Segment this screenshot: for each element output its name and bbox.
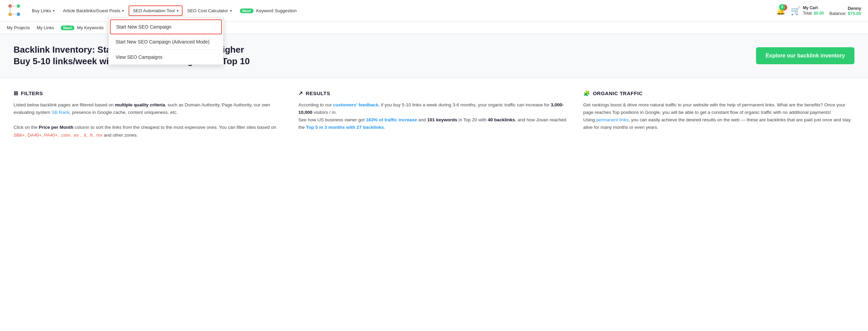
organic-traffic-section: 🧩 ORGANIC TRAFFIC Get rankings boost & d… — [583, 90, 854, 139]
filters-section: ⊞ FILTERS Listed below backlink pages ar… — [14, 90, 285, 139]
cart-total: Total: $0.00 — [803, 11, 824, 16]
main-nav-items: Buy Links ▾ Article Backlinks/Guest Post… — [29, 5, 776, 16]
cart-info: My Cart Total: $0.00 — [803, 5, 824, 16]
dropdown-menu: Start New SEO Campaign Start New SEO Cam… — [108, 18, 224, 65]
traffic-increase-link[interactable]: 183% of traffic increase — [366, 117, 417, 122]
filter-tags: SB6+, DA40+, PA40+, .com, .es , .it, .fr… — [14, 133, 102, 138]
nav-right: 🔔 4 0 🛒 My Cart Total: $0.00 — [776, 5, 861, 16]
seo-automation-dropdown: Start New SEO Campaign Start New SEO Cam… — [129, 18, 224, 65]
results-title: ↗ RESULTS — [298, 90, 569, 97]
chevron-down-icon: ▾ — [122, 9, 124, 13]
nav-keyword-suggestion[interactable]: New! Keyword Suggestion — [237, 6, 300, 15]
filters-icon: ⊞ — [14, 90, 18, 97]
results-icon: ↗ — [298, 90, 303, 97]
user-info: Denny Balance: $75.00 — [829, 6, 861, 16]
chevron-down-icon: ▾ — [230, 9, 232, 13]
subnav-my-keywords[interactable]: New! My Keywords — [61, 24, 103, 32]
chevron-down-icon: ▾ — [53, 9, 55, 13]
cart-badge: 0 — [779, 4, 785, 10]
nav-seo-automation-container: SEO Automation Tool ▾ Start New SEO Camp… — [129, 5, 182, 16]
subnav-my-links[interactable]: My Links — [37, 24, 54, 32]
results-section: ↗ RESULTS According to our customers' fe… — [298, 90, 569, 139]
customers-feedback-link[interactable]: customers' feedback — [333, 102, 378, 107]
organic-traffic-icon: 🧩 — [583, 90, 590, 97]
sb-rank-link[interactable]: SB Rank — [52, 110, 70, 115]
top5-link[interactable]: Top 5 in 3 months with 27 backlinks — [306, 125, 384, 130]
logo[interactable] — [7, 3, 22, 19]
results-body: According to our customers' feedback, if… — [298, 101, 569, 132]
filters-body: Listed below backlink pages are filtered… — [14, 101, 285, 139]
subnav-my-projects[interactable]: My Projects — [7, 24, 30, 32]
permanent-links-link[interactable]: permanent links — [596, 117, 628, 122]
top-navigation: Buy Links ▾ Article Backlinks/Guest Post… — [0, 0, 868, 22]
dropdown-item-view-campaigns[interactable]: View SEO Campaigns — [109, 50, 223, 65]
filters-title: ⊞ FILTERS — [14, 90, 285, 97]
cart-icon: 🛒 — [791, 6, 801, 15]
dropdown-item-start-advanced[interactable]: Start New SEO Campaign (Advanced Mode) — [109, 34, 223, 50]
organic-traffic-title: 🧩 ORGANIC TRAFFIC — [583, 90, 854, 97]
new-badge: New! — [240, 8, 253, 13]
cart-button[interactable]: 0 🛒 My Cart Total: $0.00 — [791, 5, 824, 16]
new-badge-keywords: New! — [61, 25, 74, 30]
explore-inventory-button[interactable]: Explore our backlink inventory — [756, 47, 854, 64]
user-balance: Balance: $75.00 — [829, 11, 861, 16]
nav-seo-automation[interactable]: SEO Automation Tool ▾ — [129, 5, 182, 16]
nav-article-backlinks[interactable]: Article Backlinks/Guest Posts ▾ — [59, 6, 127, 15]
main-content: ⊞ FILTERS Listed below backlink pages ar… — [0, 78, 868, 151]
organic-traffic-body: Get rankings boost & drive more natural … — [583, 101, 854, 132]
dropdown-item-start-new[interactable]: Start New SEO Campaign — [110, 19, 222, 34]
nav-buy-links[interactable]: Buy Links ▾ — [29, 6, 58, 15]
nav-seo-cost[interactable]: SEO Cost Calculator ▾ — [184, 6, 235, 15]
chevron-down-icon: ▾ — [177, 9, 178, 13]
